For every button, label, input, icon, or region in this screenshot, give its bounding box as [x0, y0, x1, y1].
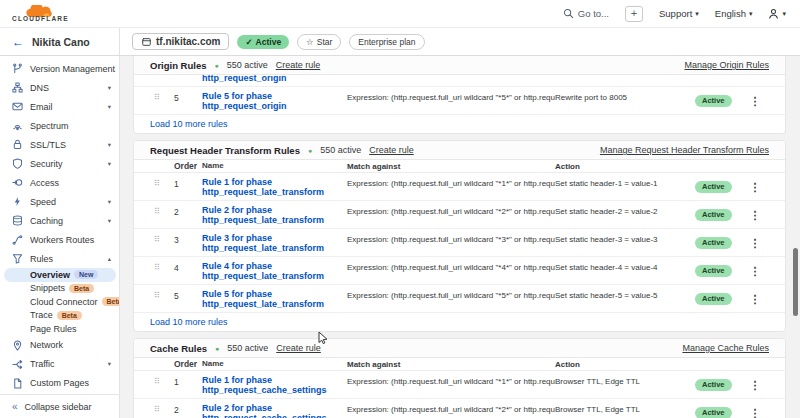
load-more-rules-link[interactable]: Load 10 more rules	[134, 313, 785, 331]
sidebar-item-access[interactable]: Access	[0, 173, 119, 192]
sidebar-item-page-rules[interactable]: Page Rules	[0, 322, 119, 336]
database-icon	[12, 215, 23, 226]
drag-handle-icon[interactable]: ⠿	[148, 261, 166, 281]
manage-cache-rules-link[interactable]: Manage Cache Rules	[682, 343, 769, 353]
rule-action: Set static header-1 = value-1	[555, 177, 695, 197]
account-name[interactable]: Nikita Cano	[32, 36, 90, 48]
sidebar-item-spectrum[interactable]: Spectrum	[0, 116, 119, 135]
chevron-down-icon: ▾	[108, 198, 111, 206]
table-column-headers: Order Name Match against Action	[134, 358, 785, 371]
check-icon: ✓	[245, 37, 252, 47]
rule-action: Rewrite port to 8005	[555, 91, 695, 111]
sidebar-item-rules[interactable]: Rules ▴	[0, 249, 119, 268]
manage-origin-rules-link[interactable]: Manage Origin Rules	[684, 60, 769, 70]
rule-name-link[interactable]: Rule 3 for phase http_request_late_trans…	[202, 233, 347, 253]
sidebar-item-snippets[interactable]: Snippets Beta	[0, 282, 119, 296]
cache-rules-section: Cache Rules ● 550 active Create rule Man…	[133, 338, 786, 418]
zone-status-label: Active	[256, 37, 282, 47]
chevron-down-icon: ▾	[108, 84, 111, 92]
create-rule-link[interactable]: Create rule	[276, 60, 321, 70]
add-site-button[interactable]: +	[625, 6, 643, 22]
sidebar-item-dns[interactable]: DNS ▾	[0, 78, 119, 97]
rule-match: Expression: (http.request.full_uri wildc…	[347, 289, 555, 309]
rule-action: Set static header-3 = value-3	[555, 233, 695, 253]
envelope-icon	[12, 101, 23, 112]
sidebar-item-trace[interactable]: Trace Beta	[0, 309, 119, 323]
support-label: Support	[659, 8, 692, 19]
drag-handle-icon[interactable]: ⠿	[148, 177, 166, 197]
drag-handle-icon[interactable]: ⠿	[148, 205, 166, 225]
load-more-rules-link[interactable]: Load 10 more rules	[134, 115, 785, 133]
clipped-rule-row: http_request_origin	[134, 75, 785, 87]
sidebar-item-security[interactable]: Security ▾	[0, 154, 119, 173]
section-title: Origin Rules	[150, 60, 206, 71]
kebab-menu-icon[interactable]: ⋮	[743, 177, 767, 197]
language-menu[interactable]: English ▾	[715, 8, 753, 19]
sidebar-item-workers-routes[interactable]: Workers Routes	[0, 230, 119, 249]
sidebar-item-network[interactable]: Network	[0, 336, 119, 355]
drag-handle-icon[interactable]: ⠿	[148, 375, 166, 395]
kebab-menu-icon[interactable]: ⋮	[743, 233, 767, 253]
status-dot-icon: ●	[308, 147, 312, 154]
sidebar-item-speed[interactable]: Speed ▾	[0, 192, 119, 211]
sidebar-item-traffic[interactable]: Traffic ▾	[0, 355, 119, 374]
zone-selector[interactable]: tf.nikitac.com	[132, 33, 229, 50]
kebab-menu-icon[interactable]: ⋮	[743, 375, 767, 395]
rule-name-link[interactable]: Rule 5 for phase http_request_late_trans…	[202, 289, 347, 309]
goto-label: Go to...	[578, 8, 609, 19]
rule-name-link[interactable]: Rule 4 for phase http_request_late_trans…	[202, 261, 347, 281]
shield-icon	[12, 158, 23, 169]
drag-handle-icon[interactable]: ⠿	[148, 289, 166, 309]
support-menu[interactable]: Support ▾	[659, 8, 699, 19]
manage-rht-rules-link[interactable]: Manage Request Header Transform Rules	[600, 145, 769, 155]
rule-order: 5	[166, 91, 202, 111]
kebab-menu-icon[interactable]: ⋮	[743, 289, 767, 309]
rule-name-link[interactable]: Rule 2 for phase http_request_cache_sett…	[202, 403, 347, 418]
collapse-sidebar-button[interactable]: « Collapse sidebar	[0, 394, 119, 418]
kebab-menu-icon[interactable]: ⋮	[743, 403, 767, 418]
origin-rules-section: Origin Rules ● 550 active Create rule Ma…	[133, 56, 786, 134]
collapse-icon: «	[12, 401, 18, 412]
traffic-split-icon	[12, 359, 23, 370]
rule-name-link[interactable]: Rule 1 for phase http_request_cache_sett…	[202, 375, 347, 395]
chevron-down-icon: ▾	[108, 160, 111, 168]
sidebar-item-cloud-connector[interactable]: Cloud Connector Beta	[0, 295, 119, 309]
table-row: ⠿ 2 Rule 2 for phase http_request_cache_…	[134, 399, 785, 418]
chevron-up-icon: ▴	[108, 255, 111, 263]
back-arrow-icon[interactable]: ←	[12, 35, 24, 49]
drag-handle-icon[interactable]: ⠿	[148, 403, 166, 418]
cloudflare-logo[interactable]: CLOUDFLARE	[12, 5, 69, 23]
kebab-menu-icon[interactable]: ⋮	[743, 261, 767, 281]
drag-handle-icon[interactable]: ⠿	[148, 233, 166, 253]
kebab-menu-icon[interactable]: ⋮	[743, 205, 767, 225]
rule-action: Set static header-2 = value-2	[555, 205, 695, 225]
rht-rules-header: Request Header Transform Rules ● 550 act…	[134, 141, 785, 160]
table-row: ⠿ 1 Rule 1 for phase http_request_late_t…	[134, 173, 785, 201]
scrollbar-thumb[interactable]	[793, 248, 798, 316]
sidebar-item-email[interactable]: Email ▾	[0, 97, 119, 116]
sidebar-item-caching[interactable]: Caching ▾	[0, 211, 119, 230]
rule-name-link[interactable]: Rule 2 for phase http_request_late_trans…	[202, 205, 347, 225]
account-menu[interactable]: ▾	[768, 8, 786, 19]
rule-name-link[interactable]: Rule 5 for phase http_request_origin	[202, 91, 347, 111]
origin-rules-header: Origin Rules ● 550 active Create rule Ma…	[134, 56, 785, 75]
sitemap-icon	[12, 82, 23, 93]
sidebar-item-overview[interactable]: Overview New	[4, 268, 116, 282]
route-icon	[12, 234, 23, 245]
drag-handle-icon[interactable]: ⠿	[148, 91, 166, 111]
star-label: Star	[317, 37, 333, 47]
sidebar-item-version-management[interactable]: Version Management	[0, 59, 119, 78]
rule-name-link[interactable]: Rule 1 for phase http_request_late_trans…	[202, 177, 347, 197]
status-badge: Active	[695, 95, 732, 107]
create-rule-link[interactable]: Create rule	[369, 145, 414, 155]
section-title: Cache Rules	[150, 343, 207, 354]
sidebar-item-custom-pages[interactable]: Custom Pages	[0, 374, 119, 393]
lock-icon	[12, 139, 23, 150]
search-icon	[563, 8, 574, 19]
star-zone-button[interactable]: ☆ Star	[297, 34, 341, 50]
sidebar-item-ssl-tls[interactable]: SSL/TLS ▾	[0, 135, 119, 154]
create-rule-link[interactable]: Create rule	[276, 343, 321, 353]
kebab-menu-icon[interactable]: ⋮	[743, 91, 767, 111]
goto-search[interactable]: Go to...	[563, 8, 609, 19]
rule-action: Browser TTL, Edge TTL	[555, 403, 695, 418]
